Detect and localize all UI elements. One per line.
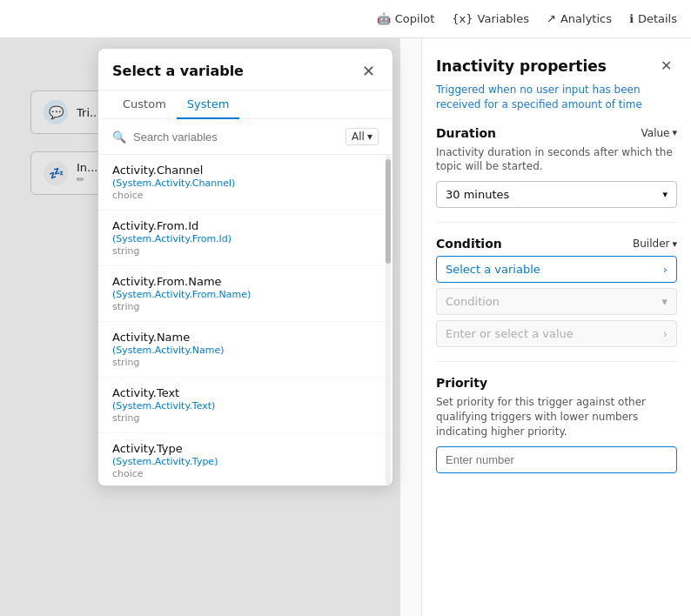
duration-label: Duration — [436, 126, 496, 140]
copilot-icon: 🤖 — [377, 12, 391, 25]
scrollbar-thumb[interactable] — [386, 159, 391, 264]
variable-item-activity-channel[interactable]: Activity.Channel (System.Activity.Channe… — [98, 155, 392, 211]
condition-mode-toggle[interactable]: Builder ▾ — [633, 238, 677, 250]
nav-item-variables[interactable]: {x} Variables — [452, 12, 529, 25]
duration-mode-chevron: ▾ — [672, 127, 677, 138]
priority-description: Set priority for this trigger against ot… — [436, 395, 677, 439]
nav-item-analytics[interactable]: ↗ Analytics — [547, 12, 612, 25]
condition-section-header: Condition Builder ▾ — [436, 237, 677, 251]
filter-dropdown[interactable]: All ▾ — [346, 128, 379, 145]
modal-header: Select a variable ✕ — [98, 49, 392, 90]
modal-search-bar: 🔍 All ▾ — [98, 119, 392, 155]
filter-chevron: ▾ — [367, 131, 372, 143]
tab-system[interactable]: System — [177, 90, 239, 119]
variable-item-activity-text[interactable]: Activity.Text (System.Activity.Text) str… — [98, 378, 392, 433]
duration-dropdown-chevron: ▾ — [662, 189, 668, 200]
variable-item-activity-from-name[interactable]: Activity.From.Name (System.Activity.From… — [98, 266, 392, 322]
condition-label: Condition — [436, 237, 502, 251]
priority-input[interactable] — [436, 446, 677, 473]
modal-close-button[interactable]: ✕ — [359, 64, 379, 79]
search-icon: 🔍 — [112, 131, 126, 144]
inactivity-properties-panel: Inactivity properties ✕ Triggered when n… — [421, 38, 691, 616]
nav-item-details[interactable]: ℹ Details — [629, 12, 677, 25]
modal-tabs: Custom System — [98, 90, 392, 119]
modal-title: Select a variable — [112, 63, 244, 79]
priority-label: Priority — [436, 376, 487, 390]
select-variable-modal: Select a variable ✕ Custom System 🔍 All … — [97, 48, 393, 486]
variable-item-activity-type[interactable]: Activity.Type (System.Activity.Type) cho… — [98, 433, 392, 485]
variable-item-activity-name[interactable]: Activity.Name (System.Activity.Name) str… — [98, 322, 392, 378]
value-dropdown-disabled: Enter or select a value › — [436, 320, 677, 347]
details-icon: ℹ — [629, 12, 634, 25]
divider-2 — [436, 361, 677, 362]
panel-close-button[interactable]: ✕ — [655, 56, 677, 76]
duration-section-header: Duration Value ▾ — [436, 126, 677, 140]
variable-list: Activity.Channel (System.Activity.Channe… — [98, 155, 392, 485]
select-variable-button[interactable]: Select a variable › — [436, 256, 677, 283]
variables-icon: {x} — [452, 12, 473, 25]
top-navigation: 🤖 Copilot {x} Variables ↗ Analytics ℹ De… — [0, 0, 691, 38]
condition-mode-chevron: ▾ — [672, 238, 677, 250]
duration-mode-toggle[interactable]: Value ▾ — [641, 127, 677, 139]
tab-custom[interactable]: Custom — [112, 90, 177, 119]
duration-dropdown[interactable]: 30 minutes ▾ — [436, 181, 677, 208]
variable-item-activity-from-id[interactable]: Activity.From.Id (System.Activity.From.I… — [98, 211, 392, 266]
scrollbar-track — [386, 155, 391, 485]
search-input[interactable] — [133, 131, 339, 144]
nav-item-copilot[interactable]: 🤖 Copilot — [377, 12, 435, 25]
divider-1 — [436, 222, 677, 223]
analytics-icon: ↗ — [547, 12, 556, 25]
panel-subtitle: Triggered when no user input has been re… — [436, 83, 677, 112]
duration-description: Inactivity duration in seconds after whi… — [436, 145, 677, 175]
value-chevron: › — [663, 327, 668, 340]
select-variable-chevron: › — [663, 263, 668, 276]
condition-chevron: ▾ — [661, 295, 668, 308]
priority-section-header: Priority — [436, 376, 677, 390]
condition-dropdown-disabled: Condition ▾ — [436, 288, 677, 315]
panel-title: Inactivity properties — [436, 57, 607, 75]
panel-header: Inactivity properties ✕ — [436, 56, 677, 76]
